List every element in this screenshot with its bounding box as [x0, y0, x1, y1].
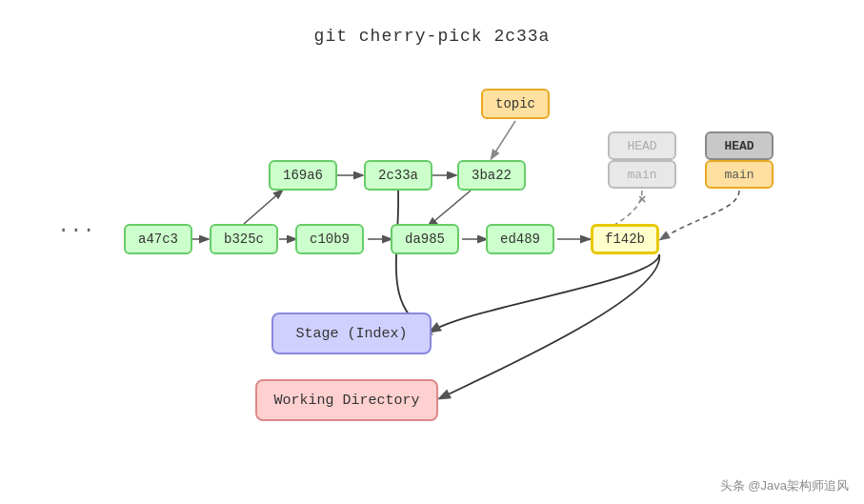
node-ed489-label: ed489 — [500, 232, 540, 247]
command-title: git cherry-pick 2c33a — [0, 27, 864, 46]
node-169a6: 169a6 — [269, 160, 337, 191]
svg-line-9 — [492, 121, 515, 158]
diagram-container: git cherry-pick 2c33a — [0, 0, 864, 504]
main-gray-box: main — [608, 160, 676, 189]
node-b325c: b325c — [210, 224, 278, 254]
node-2c33a-label: 2c33a — [378, 168, 418, 183]
node-da985-label: da985 — [405, 232, 445, 247]
ellipsis: ··· — [57, 219, 95, 243]
watermark: 头条 @Java架构师追风 — [720, 477, 849, 494]
svg-line-7 — [244, 191, 282, 224]
node-f142b: f142b — [591, 224, 659, 254]
working-box: Working Directory — [255, 379, 438, 421]
head-gray-box: HEAD — [608, 131, 676, 160]
node-2c33a: 2c33a — [364, 160, 432, 191]
x-mark: × — [638, 192, 646, 208]
node-c10b9-label: c10b9 — [310, 232, 350, 247]
head-dark-box: HEAD — [705, 131, 774, 160]
node-c10b9: c10b9 — [295, 224, 364, 254]
node-169a6-label: 169a6 — [283, 168, 323, 183]
topic-label: topic — [481, 89, 550, 119]
topic-text: topic — [495, 96, 535, 111]
stage-box: Stage (Index) — [271, 312, 432, 354]
node-3ba22: 3ba22 — [457, 160, 526, 191]
stage-label: Stage (Index) — [295, 326, 407, 342]
main-orange-label: main — [724, 168, 753, 182]
node-3ba22-label: 3ba22 — [472, 168, 512, 183]
node-b325c-label: b325c — [224, 232, 264, 247]
head-dark-label: HEAD — [724, 139, 753, 153]
working-label: Working Directory — [273, 393, 419, 409]
svg-line-8 — [429, 191, 471, 226]
main-orange-box: main — [705, 160, 774, 189]
node-a47c3: a47c3 — [124, 224, 192, 254]
main-gray-label: main — [627, 168, 656, 182]
node-da985: da985 — [391, 224, 459, 254]
node-f142b-label: f142b — [605, 232, 645, 247]
node-ed489: ed489 — [486, 224, 554, 254]
head-gray-label: HEAD — [627, 139, 656, 153]
node-a47c3-label: a47c3 — [138, 232, 178, 247]
